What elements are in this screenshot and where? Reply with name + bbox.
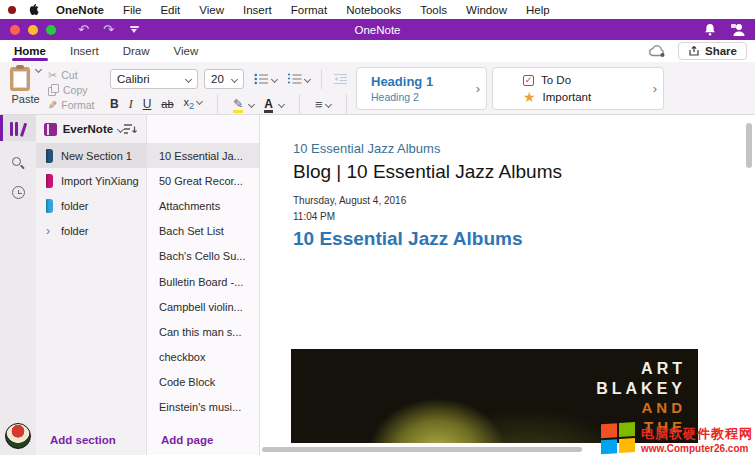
font-name-select[interactable]: Calibri xyxy=(110,69,198,89)
font-size-select[interactable]: 20 xyxy=(204,69,244,89)
style-heading2[interactable]: Heading 2 xyxy=(371,90,470,104)
bullet-list-icon xyxy=(254,73,269,85)
page-title[interactable]: Blog | 10 Essential Jazz Albums xyxy=(293,161,562,183)
horizontal-scrollbar-thumb[interactable] xyxy=(262,447,582,452)
highlight-chevron-icon[interactable] xyxy=(248,100,255,107)
menu-item-format[interactable]: Format xyxy=(291,4,327,16)
underline-button[interactable]: U xyxy=(143,97,152,111)
page-item[interactable]: Bach Set List xyxy=(147,219,259,244)
page-date: Thursday, August 4, 2016 xyxy=(293,195,406,206)
menu-item-file[interactable]: File xyxy=(123,4,142,16)
sort-sections-button[interactable] xyxy=(123,123,138,135)
watermark-site-url: www.Computer26.com xyxy=(641,443,753,454)
tab-insert[interactable]: Insert xyxy=(58,42,111,61)
styles-gallery[interactable]: Heading 1 Heading 2 › xyxy=(356,67,487,110)
copy-button[interactable]: Copy xyxy=(48,83,94,97)
style-heading1[interactable]: Heading 1 xyxy=(371,74,470,90)
styles-gallery-expand-icon[interactable]: › xyxy=(474,81,486,96)
page-item[interactable]: Code Block xyxy=(147,370,259,395)
watermark-site-name: 电脑软硬件教程网 xyxy=(641,425,753,443)
tags-gallery[interactable]: ✓ To Do ★ Important › xyxy=(492,67,664,110)
alignment-chevron-icon xyxy=(324,100,331,107)
share-button[interactable]: Share xyxy=(678,42,747,60)
page-item[interactable]: Bach's Cello Su... xyxy=(147,244,259,269)
vertical-scrollbar-thumb[interactable] xyxy=(746,123,752,168)
notifications-bell-icon[interactable] xyxy=(704,23,716,36)
bold-button[interactable]: B xyxy=(110,97,119,111)
page-item[interactable]: Can this man s... xyxy=(147,319,259,344)
font-color-chevron-icon[interactable] xyxy=(278,100,285,107)
numbered-list-button[interactable] xyxy=(287,73,310,85)
cut-button[interactable]: ✂ Cut xyxy=(48,68,94,82)
page-item[interactable]: Bulletin Board -... xyxy=(147,269,259,294)
decrease-indent-icon[interactable] xyxy=(333,73,348,85)
embedded-link-title[interactable]: 10 Essential Jazz Albums xyxy=(293,141,440,156)
paste-button[interactable]: Paste xyxy=(10,67,41,105)
subscript-button[interactable]: x2 xyxy=(184,96,203,111)
window-title: OneNote xyxy=(0,24,755,36)
page-item[interactable]: Einstein's musi... xyxy=(147,395,259,420)
page-item[interactable]: Campbell violin... xyxy=(147,294,259,319)
menu-item-onenote[interactable]: OneNote xyxy=(56,4,104,16)
section-item[interactable]: Import YinXiang xyxy=(36,168,146,193)
section-label: folder xyxy=(61,225,89,237)
user-avatar[interactable] xyxy=(5,423,31,449)
add-page-button[interactable]: Add page xyxy=(147,425,259,455)
tab-draw[interactable]: Draw xyxy=(111,42,162,61)
subscript-chevron-icon xyxy=(196,98,203,105)
menu-item-notebooks[interactable]: Notebooks xyxy=(346,4,401,16)
strikethrough-button[interactable]: ab xyxy=(161,98,173,110)
font-size-chevron-icon xyxy=(231,75,238,82)
page-canvas[interactable]: 10 Essential Jazz Albums Blog | 10 Essen… xyxy=(260,115,755,455)
copy-icon xyxy=(48,84,59,96)
tab-home[interactable]: Home xyxy=(2,42,58,61)
todo-checkbox-icon: ✓ xyxy=(523,75,534,86)
sync-cloud-icon[interactable] xyxy=(648,45,666,57)
user-account-icon[interactable] xyxy=(730,23,745,36)
section-color-tab xyxy=(46,149,53,163)
italic-button[interactable]: I xyxy=(129,97,133,112)
navigation-rail xyxy=(0,115,36,455)
copy-label: Copy xyxy=(63,83,88,97)
notebooks-rail-button[interactable] xyxy=(0,115,36,141)
numbered-list-chevron-icon xyxy=(304,75,311,82)
notebook-name: EverNote xyxy=(63,123,114,135)
notebook-switcher[interactable]: EverNote xyxy=(36,115,146,143)
page-item[interactable]: Attachments xyxy=(147,193,259,218)
tab-view[interactable]: View xyxy=(162,42,211,61)
page-item[interactable]: 50 Great Recor... xyxy=(147,168,259,193)
font-color-button[interactable]: A xyxy=(264,97,273,111)
ribbon: Paste ✂ Cut Copy ✎ Format Calibri 20 xyxy=(0,62,755,115)
tag-todo[interactable]: ✓ To Do xyxy=(523,72,647,89)
page-time: 11:04 PM xyxy=(293,211,335,222)
bullet-list-button[interactable] xyxy=(254,73,277,85)
page-item[interactable]: 10 Essential Ja... xyxy=(147,143,259,168)
section-item[interactable]: folder xyxy=(36,193,146,218)
tags-gallery-expand-icon[interactable]: › xyxy=(651,81,663,96)
tag-important[interactable]: ★ Important xyxy=(523,89,647,106)
add-section-button[interactable]: Add section xyxy=(36,425,146,455)
menu-item-edit[interactable]: Edit xyxy=(160,4,180,16)
search-rail-button[interactable] xyxy=(0,157,36,170)
sort-icon xyxy=(123,123,138,135)
section-color-tab xyxy=(46,199,53,213)
format-painter-button[interactable]: ✎ Format xyxy=(48,98,94,112)
content-heading[interactable]: 10 Essential Jazz Albums xyxy=(293,228,523,250)
alignment-button[interactable]: ≡ xyxy=(315,97,331,112)
section-group-item[interactable]: › folder xyxy=(36,218,146,243)
font-size-value: 20 xyxy=(211,73,224,85)
menu-item-help[interactable]: Help xyxy=(526,4,550,16)
apple-menu-icon[interactable] xyxy=(28,3,40,16)
font-color-bar xyxy=(264,110,273,113)
recent-rail-button[interactable] xyxy=(0,186,36,199)
section-item[interactable]: New Section 1 xyxy=(36,143,146,168)
menu-item-insert[interactable]: Insert xyxy=(243,4,272,16)
menu-item-view[interactable]: View xyxy=(199,4,224,16)
paste-dropdown-chevron-icon[interactable] xyxy=(35,66,42,73)
highlight-color-button[interactable]: ✎ xyxy=(233,97,243,111)
page-item[interactable]: checkbox xyxy=(147,345,259,370)
windows-flag-logo-icon xyxy=(601,422,637,455)
menu-item-tools[interactable]: Tools xyxy=(420,4,447,16)
menu-item-window[interactable]: Window xyxy=(466,4,507,16)
section-group-chevron-icon[interactable]: › xyxy=(46,224,53,238)
